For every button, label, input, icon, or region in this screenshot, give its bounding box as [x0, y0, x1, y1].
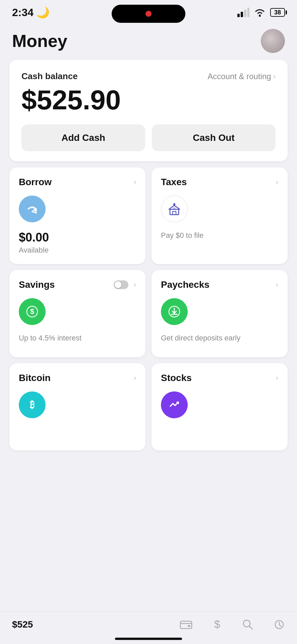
taxes-chevron: › — [276, 178, 278, 186]
status-time: 2:34 🌙 — [12, 6, 50, 19]
bitcoin-title: Bitcoin — [19, 373, 51, 383]
chevron-right-icon: › — [273, 72, 276, 81]
taxes-title: Taxes — [161, 177, 187, 187]
svg-rect-3 — [247, 8, 249, 17]
paychecks-title: Paychecks — [161, 279, 210, 290]
savings-chevron: › — [134, 280, 136, 289]
taxes-desc: Pay $0 to file — [161, 230, 278, 241]
borrow-amount: $0.00 — [19, 230, 136, 245]
bitcoin-chevron: › — [134, 374, 136, 382]
cash-amount: $525.90 — [21, 85, 276, 115]
svg-text:$: $ — [30, 307, 34, 316]
svg-rect-5 — [170, 209, 179, 215]
borrow-title: Borrow — [19, 177, 52, 187]
svg-text:$: $ — [214, 619, 220, 630]
recording-dot — [145, 11, 152, 17]
svg-text:₿: ₿ — [30, 399, 35, 410]
cash-action-buttons: Add Cash Cash Out — [21, 124, 276, 151]
nav-icons: $ — [180, 619, 285, 631]
nav-dollar-icon[interactable]: $ — [213, 619, 222, 631]
savings-card-header: Savings › — [19, 279, 136, 290]
svg-rect-6 — [173, 211, 176, 215]
savings-icon: $ — [19, 298, 46, 325]
savings-title: Savings — [19, 279, 55, 290]
battery-icon: 38 — [270, 8, 285, 17]
bitcoin-card-header: Bitcoin › — [19, 373, 136, 383]
svg-point-17 — [243, 620, 250, 627]
bitcoin-icon: ₿ — [19, 391, 46, 418]
cash-out-button[interactable]: Cash Out — [152, 124, 276, 151]
borrow-card[interactable]: Borrow › $0.00 Available — [9, 167, 145, 264]
svg-rect-2 — [244, 10, 246, 17]
svg-rect-15 — [188, 625, 190, 627]
time-display: 2:34 — [12, 6, 34, 19]
account-routing-link[interactable]: Account & routing › — [207, 72, 276, 81]
savings-header-right: › — [114, 280, 136, 289]
bitcoin-card[interactable]: Bitcoin › ₿ — [9, 363, 145, 450]
nav-wallet-icon[interactable] — [180, 619, 192, 630]
nav-balance: $525 — [12, 619, 33, 630]
svg-point-4 — [259, 15, 261, 17]
avatar[interactable] — [261, 29, 285, 53]
cards-grid: Borrow › $0.00 Available Taxes › — [9, 167, 288, 450]
stocks-card-header: Stocks › — [161, 373, 278, 383]
paychecks-chevron: › — [276, 280, 278, 289]
taxes-card[interactable]: Taxes › Pay $0 to file — [152, 167, 288, 264]
dynamic-island — [112, 5, 185, 23]
savings-card[interactable]: Savings › $ Up to 4.5% interest — [9, 270, 145, 357]
signal-icon — [237, 8, 249, 17]
taxes-icon — [161, 196, 188, 222]
wifi-icon — [254, 8, 265, 17]
savings-desc: Up to 4.5% interest — [19, 333, 136, 343]
taxes-card-header: Taxes › — [161, 177, 278, 187]
borrow-icon — [19, 196, 46, 222]
add-cash-button[interactable]: Add Cash — [21, 124, 145, 151]
nav-search-icon[interactable] — [242, 619, 253, 630]
svg-rect-14 — [180, 621, 192, 629]
borrow-card-header: Borrow › — [19, 177, 136, 187]
nav-history-icon[interactable] — [274, 619, 285, 630]
svg-rect-1 — [241, 12, 243, 17]
borrow-sub: Available — [19, 246, 136, 255]
account-routing-text: Account & routing — [207, 72, 271, 81]
cash-balance-card: Cash balance Account & routing › $525.90… — [9, 60, 288, 161]
main-content: Cash balance Account & routing › $525.90… — [0, 60, 297, 450]
stocks-title: Stocks — [161, 373, 192, 383]
paychecks-card[interactable]: Paychecks › Get direct deposits early — [152, 270, 288, 357]
stocks-card[interactable]: Stocks › — [152, 363, 288, 450]
cash-balance-label: Cash balance — [21, 71, 78, 82]
paychecks-card-header: Paychecks › — [161, 279, 278, 290]
borrow-chevron: › — [134, 178, 136, 186]
home-indicator — [115, 638, 182, 640]
stocks-icon — [161, 391, 188, 418]
svg-rect-0 — [237, 14, 240, 17]
paychecks-desc: Get direct deposits early — [161, 333, 278, 343]
status-icons: 38 — [237, 8, 285, 17]
svg-rect-9 — [174, 204, 175, 205]
cash-balance-header: Cash balance Account & routing › — [21, 71, 276, 82]
stocks-chevron: › — [276, 374, 278, 382]
svg-rect-7 — [173, 207, 176, 209]
savings-toggle[interactable] — [114, 280, 128, 289]
page-title: Money — [12, 31, 67, 51]
paychecks-icon — [161, 298, 188, 325]
moon-icon: 🌙 — [36, 6, 50, 19]
battery-level: 38 — [274, 9, 281, 16]
app-header: Money — [0, 22, 297, 60]
status-bar: 2:34 🌙 38 — [0, 0, 297, 22]
